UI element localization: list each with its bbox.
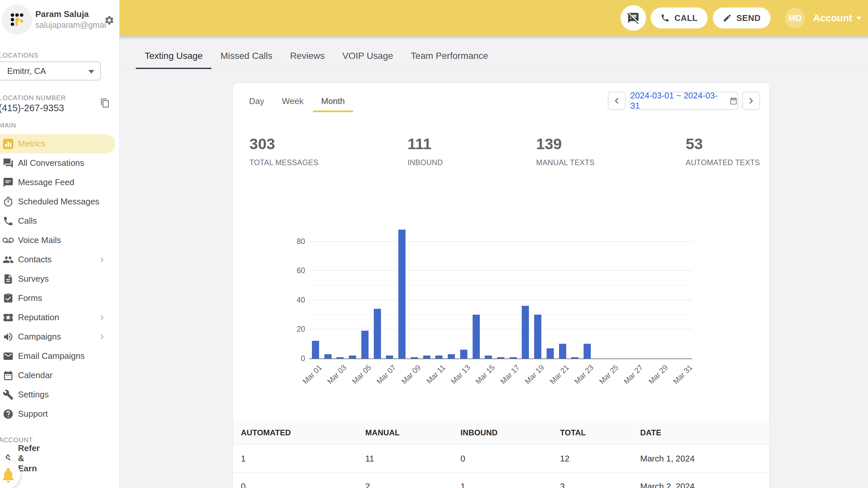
chevron-left-icon — [612, 96, 621, 105]
copy-icon[interactable] — [100, 98, 110, 108]
send-button-label: SEND — [737, 13, 761, 23]
sidebar-item-label: Campaigns — [18, 332, 61, 342]
y-axis-tick: 40 — [289, 296, 305, 304]
bar-mar-23 — [584, 344, 591, 358]
date-range-value: 2024-03-01 ~ 2024-03-31 — [630, 91, 725, 111]
gridline — [309, 344, 692, 344]
date-range-picker[interactable]: 2024-03-01 ~ 2024-03-31 — [630, 92, 738, 110]
prev-period-button[interactable] — [608, 92, 625, 110]
send-button[interactable]: SEND — [713, 7, 771, 28]
bar-mar-05 — [361, 331, 369, 358]
period-tab-week[interactable]: Week — [274, 92, 312, 112]
location-select[interactable]: Emitrr, CA — [0, 62, 101, 80]
tab-missed-calls[interactable]: Missed Calls — [211, 36, 281, 69]
x-axis-tick: Mar 09 — [393, 363, 423, 392]
tab-voip-usage[interactable]: VOIP Usage — [334, 36, 402, 69]
call-button[interactable]: CALL — [651, 7, 707, 28]
sidebar-item-label: Forms — [18, 293, 42, 303]
locations-label: LOCATIONS — [0, 52, 38, 59]
workspace-logo[interactable] — [2, 5, 32, 35]
main-content: Texting UsageMissed CallsReviewsVOIP Usa… — [120, 36, 868, 488]
table-cell: 12 — [560, 445, 569, 473]
location-select-value: Emitrr, CA — [7, 66, 46, 76]
sidebar-item-reputation[interactable]: Reputation — [0, 308, 120, 327]
stat-value: 111 — [407, 135, 443, 153]
gridline — [309, 241, 692, 242]
table-cell: 1 — [241, 445, 246, 473]
contacts-icon — [3, 254, 14, 265]
stat-label: AUTOMATED TEXTS — [686, 158, 760, 167]
gridline — [309, 315, 692, 315]
gear-icon[interactable] — [104, 15, 115, 26]
location-number-label: LOCATION NUMBER — [0, 94, 66, 102]
reputation-icon — [3, 312, 14, 323]
y-axis-tick: 60 — [289, 266, 305, 275]
tab-texting-usage[interactable]: Texting Usage — [136, 36, 211, 69]
sidebar-item-forms[interactable]: Forms — [0, 289, 120, 308]
speaker-notes-off-icon — [627, 12, 640, 24]
sidebar-item-contacts[interactable]: Contacts — [0, 250, 120, 269]
speaker-notes-off-button[interactable] — [621, 5, 646, 31]
sidebar-item-label: Calendar — [18, 370, 53, 380]
next-period-button[interactable] — [742, 92, 760, 110]
x-axis-tick: Mar 15 — [467, 363, 497, 392]
texting-usage-chart: 020406080Mar 01Mar 03Mar 05Mar 07Mar 09M… — [233, 83, 769, 410]
account-section-label: ACCOUNT — [0, 436, 33, 444]
sidebar-item-campaigns[interactable]: Campaigns — [0, 327, 120, 346]
table-row: 111012March 1, 2024 — [233, 445, 769, 473]
sidebar-item-label: Refer & Earn — [18, 443, 40, 474]
stat-label: INBOUND — [407, 158, 443, 167]
support-icon — [3, 409, 14, 420]
table-cell: 0 — [241, 473, 246, 488]
bar-mar-04 — [349, 356, 356, 358]
sidebar-item-message-feed[interactable]: Message Feed — [0, 173, 120, 192]
bar-mar-16 — [497, 357, 504, 358]
user-email: salujaparam@gmail.... — [35, 20, 106, 30]
x-axis-tick: Mar 31 — [665, 363, 694, 392]
x-axis-tick: Mar 25 — [591, 363, 620, 392]
y-axis-tick: 20 — [289, 325, 305, 334]
sidebar-item-label: Reputation — [18, 312, 59, 323]
table-cell: 2 — [365, 473, 370, 488]
gridline — [309, 270, 692, 271]
period-tab-day[interactable]: Day — [241, 92, 272, 112]
bar-mar-01 — [312, 341, 319, 358]
period-tab-month[interactable]: Month — [313, 92, 353, 112]
bar-mar-08 — [398, 230, 405, 358]
table-cell: 3 — [560, 473, 565, 488]
sidebar-item-calendar[interactable]: Calendar — [0, 366, 120, 385]
sidebar-item-label: All Conversations — [18, 158, 84, 168]
sidebar-item-label: Email Campaigns — [18, 351, 85, 361]
sidebar-item-surveys[interactable]: Surveys — [0, 269, 120, 289]
x-axis-tick: Mar 13 — [442, 363, 472, 392]
chevron-down-icon — [88, 70, 94, 74]
stat-value: 53 — [686, 135, 760, 153]
gridline — [309, 300, 692, 300]
sidebar-item-label: Support — [18, 409, 48, 419]
table-cell: 11 — [365, 445, 374, 473]
sidebar-item-voice-mails[interactable]: Voice Mails — [0, 231, 120, 250]
chevron-down-icon — [856, 17, 862, 20]
sidebar-item-all-conversations[interactable]: All Conversations — [0, 153, 120, 173]
bar-mar-10 — [423, 356, 430, 358]
sidebar-item-scheduled-messages[interactable]: Scheduled Messages — [0, 192, 120, 211]
x-axis-tick: Mar 03 — [319, 363, 348, 392]
sidebar-item-settings[interactable]: Settings — [0, 385, 120, 404]
phone-icon — [3, 216, 14, 227]
sidebar-item-calls[interactable]: Calls — [0, 211, 120, 231]
y-axis-tick: 0 — [289, 354, 305, 363]
stat-total-messages: 303TOTAL MESSAGES — [249, 135, 318, 167]
gridline — [309, 256, 692, 256]
sidebar-item-label: Surveys — [18, 274, 49, 284]
sidebar-item-support[interactable]: Support — [0, 404, 120, 424]
location-number: (415)-267-9353 — [0, 103, 64, 113]
metrics-icon — [3, 138, 14, 150]
avatar[interactable]: MD — [785, 8, 805, 28]
x-axis-tick: Mar 07 — [369, 363, 398, 392]
sidebar-item-metrics[interactable]: Metrics — [0, 134, 115, 153]
stat-label: MANUAL TEXTS — [536, 158, 595, 167]
sidebar-item-email-campaigns[interactable]: Email Campaigns — [0, 346, 120, 366]
tab-team-performance[interactable]: Team Performance — [402, 36, 497, 69]
tab-reviews[interactable]: Reviews — [281, 36, 334, 69]
account-menu-button[interactable]: Account — [813, 12, 862, 24]
